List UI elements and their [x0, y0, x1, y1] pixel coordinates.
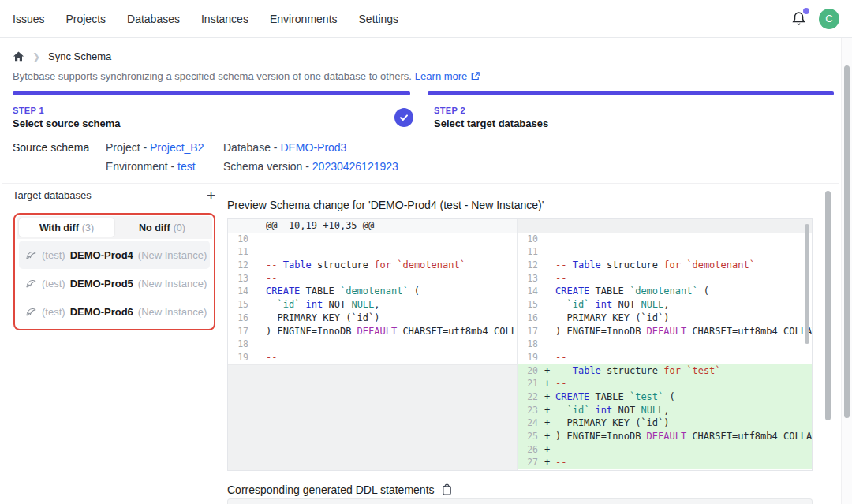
diff-prefix [255, 351, 266, 364]
target-db-item-demo-prod4[interactable]: (test)DEMO-Prod4(New Instance) [19, 241, 210, 269]
diff-prefix [255, 298, 266, 312]
step2-kicker: STEP 2 [434, 106, 548, 115]
intro-text: Bytebase supports synchronizing a specif… [13, 70, 480, 82]
field-value-link[interactable]: 20230426121923 [312, 160, 398, 173]
step2[interactable]: STEP 2 Select target databases [434, 106, 548, 129]
code-text: -- Table structure for `test` [555, 364, 813, 378]
mysql-icon [25, 250, 37, 260]
field-value-link[interactable]: Project_B2 [150, 141, 204, 154]
line-number: 19 [228, 351, 255, 364]
target-db-item-demo-prod5[interactable]: (test)DEMO-Prod5(New Instance) [19, 269, 210, 297]
source-schema-label: Source schema [13, 141, 89, 154]
tab-with-diff[interactable]: With diff(3) [19, 218, 114, 237]
step2-label: Select target databases [434, 118, 548, 129]
field-value-link[interactable]: DEMO-Prod3 [280, 141, 346, 154]
field-label: Database - [223, 141, 280, 154]
preview-title: Preview Schema change for 'DEMO-Prod4 (t… [227, 199, 544, 211]
window-scrollbar[interactable] [844, 65, 850, 418]
diff-line: 12-- Table structure for `demotenant` [228, 259, 517, 272]
source-field-database: Database - DEMO-Prod3 [223, 141, 398, 154]
line-number: 16 [228, 312, 255, 325]
step1-kicker: STEP 1 [13, 106, 121, 115]
notification-dot [803, 8, 809, 14]
code-text [555, 233, 813, 246]
diff-prefix: + [544, 364, 555, 378]
diff-prefix [255, 259, 266, 272]
diff-line: 21+-- [518, 377, 813, 390]
nav-item-instances[interactable]: Instances [201, 13, 248, 25]
diff-line: 15 `id` int NOT NULL, [228, 298, 517, 312]
diff-prefix: + [544, 416, 555, 430]
avatar[interactable]: C [819, 9, 839, 29]
line-number: 12 [228, 259, 255, 272]
diff-prefix [544, 351, 555, 364]
nav-item-settings[interactable]: Settings [359, 13, 399, 25]
step1[interactable]: STEP 1 Select source schema [13, 106, 121, 129]
line-number: 10 [518, 233, 544, 246]
code-text: ) ENGINE=InnoDB DEFAULT CHARSET=utf8mb4 … [555, 430, 813, 443]
diff-prefix: + [544, 430, 555, 443]
notifications-button[interactable] [790, 10, 808, 28]
db-name: DEMO-Prod5 [70, 278, 133, 289]
intro-description: Bytebase supports synchronizing a specif… [13, 70, 412, 82]
diff-line: 16 PRIMARY KEY (`id`) [228, 312, 517, 325]
tab-count: (3) [82, 222, 94, 233]
source-field-environment: Environment - test [106, 160, 223, 173]
code-text: -- [555, 377, 813, 390]
target-panel-header: Target databases + [13, 189, 215, 201]
content-scrollbar[interactable] [825, 191, 831, 420]
line-number: 22 [518, 390, 544, 404]
diff-line: 11-- [228, 245, 517, 259]
top-nav: IssuesProjectsDatabasesInstancesEnvironm… [0, 0, 852, 38]
ddl-header: Corresponding generated DDL statements [227, 483, 453, 496]
diff-prefix [544, 338, 555, 351]
line-number: 21 [518, 377, 544, 390]
schema-diff-viewer: @@ -10,19 +10,35 @@1011--12-- Table stru… [227, 218, 813, 471]
tab-no-diff[interactable]: No diff(0) [114, 218, 210, 237]
code-text: CREATE TABLE `demotenant` ( [555, 285, 813, 298]
line-number: 17 [228, 325, 255, 338]
mysql-icon [25, 278, 37, 289]
db-suffix: (New Instance) [138, 278, 207, 289]
external-link-icon [470, 71, 480, 81]
diff-scrollbar[interactable] [805, 224, 809, 344]
diff-prefix [255, 285, 266, 298]
nav-item-environments[interactable]: Environments [270, 13, 338, 25]
target-db-item-demo-prod6[interactable]: (test)DEMO-Prod6(New Instance) [19, 297, 210, 326]
hunk-header-text: @@ -10,19 +10,35 @@ [266, 219, 517, 233]
diff-line: 14CREATE TABLE `demotenant` ( [518, 285, 813, 298]
diff-line: 14CREATE TABLE `demotenant` ( [228, 285, 517, 298]
diff-prefix [255, 219, 266, 233]
code-text: -- [555, 351, 813, 364]
code-text: -- [555, 456, 813, 469]
line-number: 15 [228, 298, 255, 312]
diff-line: 19-- [518, 351, 813, 364]
code-text: ) ENGINE=InnoDB DEFAULT CHARSET=utf8mb4 … [266, 325, 517, 338]
diff-line: 10 [518, 233, 813, 246]
line-number [228, 219, 255, 233]
add-target-database-button[interactable]: + [207, 190, 215, 201]
diff-line: 11-- [518, 245, 813, 259]
ddl-code-block-top [227, 498, 813, 504]
learn-more-link[interactable]: Learn more [415, 70, 467, 82]
tab-label: No diff [139, 222, 170, 233]
home-icon[interactable] [13, 50, 24, 62]
diff-prefix [255, 272, 266, 286]
diff-line: 26+ [518, 443, 813, 457]
nav-item-projects[interactable]: Projects [65, 13, 106, 25]
nav-item-databases[interactable]: Databases [127, 13, 180, 25]
code-text: `id` int NOT NULL, [555, 404, 813, 417]
diff-line: 25+) ENGINE=InnoDB DEFAULT CHARSET=utf8m… [518, 430, 813, 443]
copy-icon[interactable] [441, 483, 453, 496]
code-text [555, 338, 813, 351]
diff-line: 16 PRIMARY KEY (`id`) [518, 312, 813, 325]
nav-menu: IssuesProjectsDatabasesInstancesEnvironm… [13, 13, 398, 25]
line-number: 26 [518, 443, 544, 457]
db-environment: (test) [42, 278, 65, 289]
line-number: 11 [228, 245, 255, 259]
diff-prefix: + [544, 443, 555, 457]
line-number: 19 [518, 351, 544, 364]
nav-item-issues[interactable]: Issues [13, 13, 44, 25]
nav-right: C [790, 9, 839, 29]
field-value-link[interactable]: test [178, 160, 196, 173]
